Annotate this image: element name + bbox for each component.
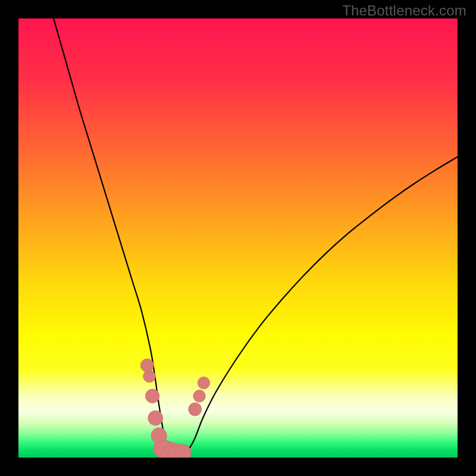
svg-point-12 [193, 390, 206, 402]
svg-point-4 [145, 389, 159, 403]
svg-point-11 [189, 403, 202, 416]
highlight-markers [18, 18, 458, 458]
svg-point-2 [140, 359, 154, 372]
svg-point-13 [198, 377, 210, 389]
watermark-label: TheBottleneck.com [342, 2, 466, 19]
svg-point-5 [148, 411, 163, 425]
plot-area [18, 18, 458, 458]
chart-frame: TheBottleneck.com [0, 0, 476, 476]
svg-point-3 [143, 370, 156, 383]
